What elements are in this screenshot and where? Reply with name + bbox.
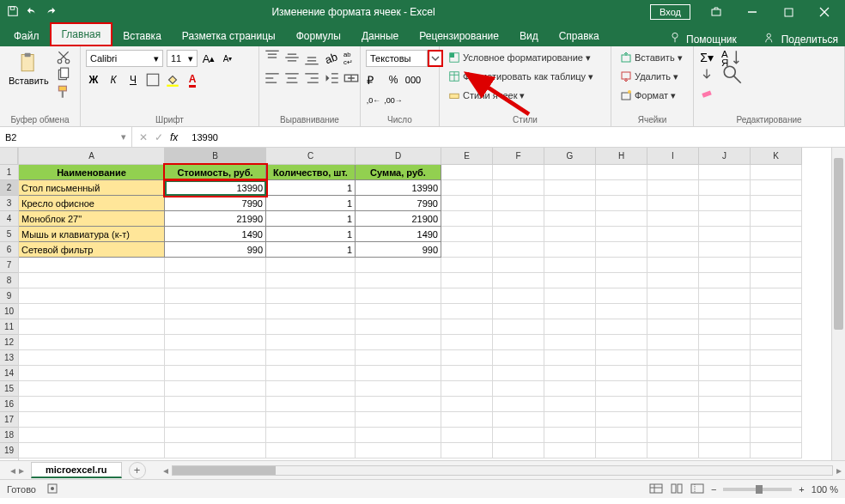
conditional-format-button[interactable]: Условное форматирование▾ (445, 50, 594, 65)
cell[interactable] (441, 397, 493, 412)
cell[interactable] (544, 428, 596, 443)
cell[interactable] (19, 381, 165, 397)
cell[interactable] (596, 412, 647, 428)
align-bottom-icon[interactable] (304, 50, 319, 65)
formula-input[interactable]: 13990 (185, 132, 845, 143)
cell[interactable] (356, 258, 441, 273)
cell[interactable] (266, 350, 356, 366)
formatpainter-icon[interactable] (56, 84, 71, 100)
cell[interactable] (165, 366, 266, 381)
fill-color-icon[interactable] (165, 72, 180, 88)
cell[interactable] (441, 180, 493, 196)
row-header-15[interactable]: 15 (0, 381, 18, 397)
cell[interactable] (699, 366, 751, 381)
cell[interactable] (751, 273, 802, 288)
cell[interactable] (266, 443, 356, 458)
cell[interactable] (647, 273, 699, 288)
cell[interactable]: 990 (165, 242, 266, 258)
cell[interactable] (751, 443, 802, 458)
underline-icon[interactable]: Ч (125, 72, 141, 88)
cell[interactable] (441, 196, 493, 211)
cell[interactable] (647, 227, 699, 242)
row-header-16[interactable]: 16 (0, 397, 18, 412)
comma-icon[interactable]: 000 (405, 72, 421, 88)
tab-insert[interactable]: Вставка (112, 26, 172, 46)
horizontal-scrollbar[interactable] (172, 465, 833, 476)
cell[interactable] (19, 428, 165, 443)
undo-icon[interactable] (26, 5, 38, 20)
cell[interactable] (699, 428, 751, 443)
col-header-B[interactable]: B (165, 148, 266, 165)
sheet-tab[interactable]: microexcel.ru (31, 462, 122, 478)
increase-decimal-icon[interactable]: ,0← (366, 93, 381, 108)
cell[interactable] (699, 350, 751, 366)
cell[interactable] (751, 211, 802, 227)
cell[interactable] (493, 180, 544, 196)
cell[interactable] (699, 165, 751, 180)
row-header-12[interactable]: 12 (0, 335, 18, 350)
cell[interactable] (441, 165, 493, 180)
cell[interactable] (751, 227, 802, 242)
cell[interactable] (493, 242, 544, 258)
cell[interactable] (441, 242, 493, 258)
cell[interactable] (596, 288, 647, 304)
cell[interactable] (356, 366, 441, 381)
minimize-icon[interactable] (735, 2, 769, 22)
font-size-combo[interactable]: 11▾ (167, 50, 198, 67)
cell[interactable] (266, 412, 356, 428)
cell[interactable] (544, 165, 596, 180)
cell[interactable] (165, 350, 266, 366)
cancel-icon[interactable]: ✕ (139, 131, 148, 143)
cell[interactable] (596, 381, 647, 397)
cell[interactable] (544, 288, 596, 304)
cell[interactable] (699, 242, 751, 258)
border-icon[interactable] (145, 72, 161, 88)
cell[interactable] (165, 288, 266, 304)
cell[interactable] (441, 304, 493, 319)
cell[interactable]: Мышь и клавиатура (к-т) (19, 227, 165, 242)
cell[interactable] (699, 211, 751, 227)
cell[interactable] (544, 412, 596, 428)
tab-data[interactable]: Данные (351, 26, 409, 46)
row-header-9[interactable]: 9 (0, 288, 18, 304)
cell[interactable] (493, 350, 544, 366)
cell[interactable] (544, 381, 596, 397)
copy-icon[interactable] (56, 67, 71, 82)
cell[interactable] (19, 443, 165, 458)
format-cells-button[interactable]: Формат▾ (617, 88, 679, 103)
cell[interactable] (266, 397, 356, 412)
enter-icon[interactable]: ✓ (155, 131, 163, 143)
row-header-4[interactable]: 4 (0, 211, 18, 227)
cell[interactable] (647, 443, 699, 458)
align-left-icon[interactable] (264, 70, 280, 86)
cell[interactable] (596, 319, 647, 335)
cell[interactable] (751, 288, 802, 304)
cell[interactable] (493, 273, 544, 288)
cell[interactable] (266, 304, 356, 319)
row-header-5[interactable]: 5 (0, 227, 18, 242)
sheet-nav-prev-icon[interactable]: ◂ (10, 465, 15, 477)
number-format-combo[interactable]: Текстовы (366, 50, 428, 67)
cell[interactable]: 21900 (356, 211, 441, 227)
cell[interactable] (266, 319, 356, 335)
cell[interactable]: 13990 (356, 180, 441, 196)
zoom-out-icon[interactable]: − (711, 484, 716, 495)
tellme-icon[interactable] (669, 32, 681, 46)
accounting-format-icon[interactable]: ₽ (366, 72, 381, 88)
cell[interactable] (356, 428, 441, 443)
cell[interactable] (165, 428, 266, 443)
cell[interactable]: Стол письменный (19, 180, 165, 196)
cell[interactable] (356, 412, 441, 428)
cell[interactable]: Стоимость, руб. (165, 165, 266, 180)
cell[interactable] (266, 288, 356, 304)
format-table-button[interactable]: Форматировать как таблицу▾ (445, 69, 597, 84)
cell[interactable] (596, 273, 647, 288)
cell[interactable] (165, 412, 266, 428)
cell[interactable]: Наименование (19, 165, 165, 180)
col-header-D[interactable]: D (356, 148, 441, 165)
zoom-slider[interactable] (723, 488, 792, 491)
cell[interactable] (19, 350, 165, 366)
cell[interactable] (544, 273, 596, 288)
cell[interactable] (441, 443, 493, 458)
cell[interactable] (544, 227, 596, 242)
